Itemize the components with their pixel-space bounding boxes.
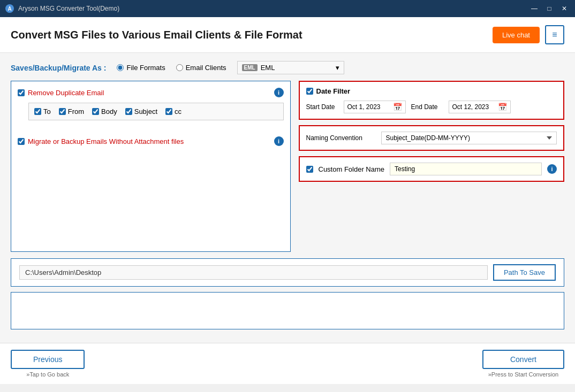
subject-checkbox[interactable] (125, 108, 132, 115)
naming-label: Naming Convention (306, 134, 376, 142)
eml-label: EML (261, 64, 275, 72)
path-to-save-button[interactable]: Path To Save (493, 264, 556, 281)
format-dropdown[interactable]: EML EML ▾ (237, 61, 344, 74)
custom-folder-checkbox[interactable] (306, 166, 313, 173)
path-input[interactable] (19, 265, 488, 280)
dropdown-arrow: ▾ (336, 64, 339, 72)
date-filter-header: Date Filter (306, 87, 557, 95)
previous-button[interactable]: Previous (11, 350, 85, 369)
body-checkbox-label[interactable]: Body (92, 107, 117, 116)
file-formats-radio[interactable]: File Formats (117, 64, 165, 72)
from-checkbox-label[interactable]: From (59, 107, 84, 116)
end-date-calendar-icon[interactable]: 📅 (498, 103, 507, 111)
migrate-info-icon[interactable]: i (274, 136, 284, 146)
email-clients-radio[interactable]: Email Clients (176, 64, 226, 72)
body-label: Body (101, 107, 117, 116)
eml-badge: EML (242, 64, 258, 71)
remove-duplicate-label[interactable]: Remove Duplicate Email (28, 89, 104, 97)
email-clients-label: Email Clients (186, 64, 226, 72)
filter-checkboxes: To From Body Subject cc (28, 103, 284, 120)
saves-label: Saves/Backup/Migrate As : (11, 64, 106, 72)
custom-folder-info-icon[interactable]: i (547, 164, 557, 174)
start-date-calendar-icon[interactable]: 📅 (393, 103, 402, 111)
body-checkbox[interactable] (92, 108, 99, 115)
bottom-left: Previous »Tap to Go back (11, 350, 85, 378)
window-controls: — □ ✕ (529, 3, 570, 14)
bottom-right: Convert »Press to Start Conversion (482, 350, 564, 378)
start-date-input[interactable] (347, 103, 390, 111)
end-date-input[interactable] (452, 103, 495, 111)
left-panel: Remove Duplicate Email i To From Body (11, 81, 291, 252)
format-radio-group: File Formats Email Clients (117, 64, 226, 72)
date-filter-box: Date Filter Start Date 📅 End Date 📅 (299, 81, 565, 120)
start-date-input-group: 📅 (344, 101, 406, 113)
cc-checkbox-label[interactable]: cc (165, 107, 181, 116)
panels-row: Remove Duplicate Email i To From Body (11, 81, 564, 252)
custom-folder-box: Custom Folder Name i (299, 156, 565, 182)
format-dropdown-inner: EML EML (242, 64, 275, 72)
to-label: To (43, 107, 51, 116)
custom-folder-input[interactable] (390, 163, 542, 175)
from-checkbox[interactable] (59, 108, 66, 115)
maximize-button[interactable]: □ (544, 3, 555, 14)
main-header: Convert MSG Files to Various Email Clien… (0, 17, 575, 53)
file-formats-label: File Formats (126, 64, 165, 72)
convert-button[interactable]: Convert (482, 350, 564, 369)
email-clients-input[interactable] (176, 64, 183, 71)
subject-checkbox-label[interactable]: Subject (125, 107, 157, 116)
content-area: Saves/Backup/Migrate As : File Formats E… (0, 53, 575, 343)
title-bar-text: Aryson MSG Converter Tool(Demo) (18, 5, 119, 12)
title-bar-left: A Aryson MSG Converter Tool(Demo) (5, 4, 119, 13)
saves-row: Saves/Backup/Migrate As : File Formats E… (11, 61, 564, 74)
date-filter-title: Date Filter (316, 87, 351, 95)
progress-area (11, 292, 564, 329)
page-title: Convert MSG Files to Various Email Clien… (11, 29, 302, 41)
header-actions: Live chat ≡ (493, 25, 564, 44)
migrate-label[interactable]: Migrate or Backup Emails Without Attachm… (28, 137, 184, 145)
convert-hint: »Press to Start Conversion (488, 371, 558, 378)
date-filter-checkbox[interactable] (306, 88, 313, 95)
naming-convention-box: Naming Convention Subject_Date(DD-MM-YYY… (299, 125, 565, 151)
file-formats-input[interactable] (117, 64, 124, 71)
cc-label: cc (175, 107, 181, 116)
to-checkbox[interactable] (34, 108, 41, 115)
end-date-label: End Date (411, 103, 443, 111)
app-icon: A (5, 4, 14, 13)
date-row: Start Date 📅 End Date 📅 (306, 101, 557, 113)
to-checkbox-label[interactable]: To (34, 107, 51, 116)
naming-row: Naming Convention Subject_Date(DD-MM-YYY… (306, 132, 557, 144)
from-label: From (68, 107, 84, 116)
migrate-checkbox[interactable] (18, 138, 25, 145)
remove-duplicate-row: Remove Duplicate Email i (18, 88, 284, 97)
remove-duplicate-checkbox[interactable] (18, 89, 25, 96)
title-bar: A Aryson MSG Converter Tool(Demo) — □ ✕ (0, 0, 575, 17)
path-row: Path To Save (11, 258, 564, 287)
custom-folder-label[interactable]: Custom Folder Name (319, 165, 385, 173)
previous-hint: »Tap to Go back (26, 371, 69, 378)
cc-checkbox[interactable] (165, 108, 172, 115)
end-date-input-group: 📅 (449, 101, 511, 113)
bottom-bar: Previous »Tap to Go back Convert »Press … (0, 343, 575, 384)
subject-label: Subject (134, 107, 157, 116)
migrate-row: Migrate or Backup Emails Without Attachm… (18, 136, 284, 146)
menu-button[interactable]: ≡ (545, 25, 564, 44)
start-date-label: Start Date (306, 103, 338, 111)
close-button[interactable]: ✕ (559, 3, 570, 14)
right-panel: Date Filter Start Date 📅 End Date 📅 (299, 81, 565, 252)
live-chat-button[interactable]: Live chat (493, 27, 540, 43)
naming-select[interactable]: Subject_Date(DD-MM-YYYY) Date_Subject Su… (381, 132, 557, 144)
minimize-button[interactable]: — (529, 3, 540, 14)
custom-folder-row: Custom Folder Name i (306, 163, 557, 175)
remove-duplicate-info-icon[interactable]: i (274, 88, 284, 97)
migrate-checkbox-row: Migrate or Backup Emails Without Attachm… (18, 136, 284, 146)
